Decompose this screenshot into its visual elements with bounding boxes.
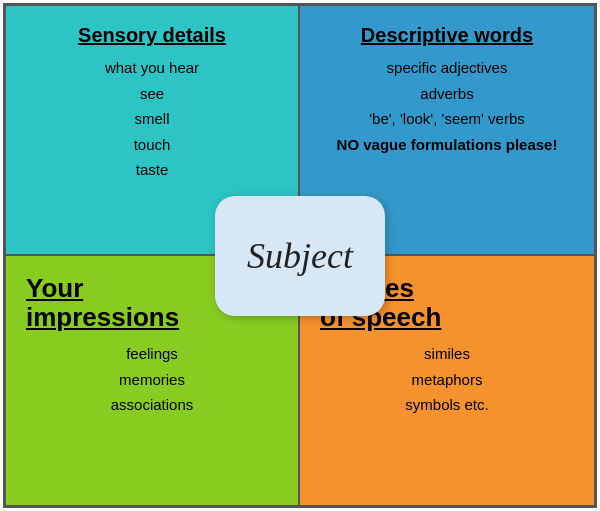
list-item: NO vague formulations please! bbox=[320, 132, 574, 158]
descriptive-words-title: Descriptive words bbox=[320, 24, 574, 47]
your-impressions-list: feelingsmemoriesassociations bbox=[26, 341, 278, 418]
list-item: feelings bbox=[26, 341, 278, 367]
subject-box: Subject bbox=[215, 196, 385, 316]
subject-label: Subject bbox=[247, 235, 353, 277]
list-item: symbols etc. bbox=[320, 392, 574, 418]
list-item: taste bbox=[26, 157, 278, 183]
list-item: smell bbox=[26, 106, 278, 132]
diagram-container: Sensory details what you hearseesmelltou… bbox=[3, 3, 597, 508]
list-item: associations bbox=[26, 392, 278, 418]
figures-of-speech-list: similesmetaphorssymbols etc. bbox=[320, 341, 574, 418]
list-item: adverbs bbox=[320, 81, 574, 107]
list-item: 'be', 'look', 'seem' verbs bbox=[320, 106, 574, 132]
list-item: memories bbox=[26, 367, 278, 393]
descriptive-words-list: specific adjectivesadverbs'be', 'look', … bbox=[320, 55, 574, 157]
list-item: what you hear bbox=[26, 55, 278, 81]
list-item: see bbox=[26, 81, 278, 107]
list-item: similes bbox=[320, 341, 574, 367]
sensory-details-title: Sensory details bbox=[26, 24, 278, 47]
list-item: touch bbox=[26, 132, 278, 158]
list-item: metaphors bbox=[320, 367, 574, 393]
sensory-details-list: what you hearseesmelltouchtaste bbox=[26, 55, 278, 183]
list-item: specific adjectives bbox=[320, 55, 574, 81]
